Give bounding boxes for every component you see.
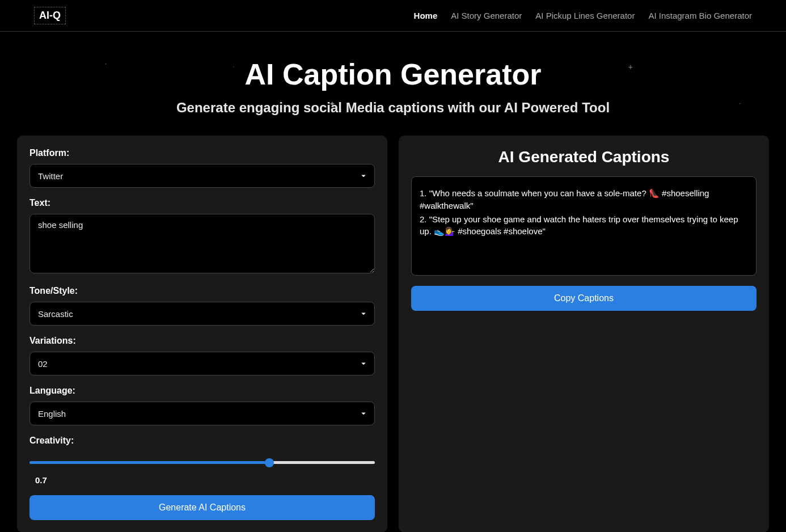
results-title: AI Generated Captions xyxy=(411,148,757,166)
generate-button[interactable]: Generate AI Captions xyxy=(29,495,375,520)
results-panel: AI Generated Captions 1. "Who needs a so… xyxy=(399,136,769,532)
text-input[interactable]: shoe selling xyxy=(29,214,375,273)
variations-select[interactable]: 02 xyxy=(29,352,375,375)
copy-button[interactable]: Copy Captions xyxy=(411,286,757,311)
platform-label: Platform: xyxy=(29,148,375,158)
nav-story-generator[interactable]: AI Story Generator xyxy=(451,11,522,20)
platform-select[interactable]: Twitter xyxy=(29,164,375,188)
creativity-slider[interactable] xyxy=(29,461,375,464)
logo[interactable]: AI-Q xyxy=(34,7,66,24)
language-label: Language: xyxy=(29,386,375,396)
main-content: Platform: Twitter Text: shoe selling Ton… xyxy=(0,136,786,532)
main-nav: Home AI Story Generator AI Pickup Lines … xyxy=(414,11,752,20)
page-subtitle: Generate engaging social Media captions … xyxy=(11,100,775,116)
hero: AI Caption Generator Generate engaging s… xyxy=(0,32,786,136)
creativity-value: 0.7 xyxy=(29,471,375,485)
nav-home[interactable]: Home xyxy=(414,11,438,20)
nav-instagram-bio[interactable]: AI Instagram Bio Generator xyxy=(648,11,752,20)
creativity-label: Creativity: xyxy=(29,436,375,446)
caption-result: 1. "Who needs a soulmate when you can ha… xyxy=(420,187,748,212)
tone-select[interactable]: Sarcastic xyxy=(29,302,375,326)
page-title: AI Caption Generator xyxy=(11,57,775,91)
variations-label: Variations: xyxy=(29,336,375,346)
language-select[interactable]: English xyxy=(29,402,375,425)
tone-label: Tone/Style: xyxy=(29,286,375,296)
caption-result: 2. "Step up your shoe game and watch the… xyxy=(420,213,748,238)
input-panel: Platform: Twitter Text: shoe selling Ton… xyxy=(17,136,387,532)
results-box: 1. "Who needs a soulmate when you can ha… xyxy=(411,176,757,276)
text-label: Text: xyxy=(29,198,375,208)
nav-pickup-lines[interactable]: AI Pickup Lines Generator xyxy=(535,11,635,20)
header: AI-Q Home AI Story Generator AI Pickup L… xyxy=(0,0,786,32)
